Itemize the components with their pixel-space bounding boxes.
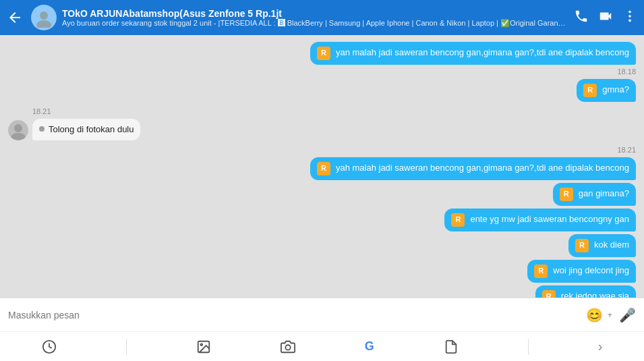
chat-header: TOkO ARJUNAbatamshop(Asus Zenfone 5 Rp.1…: [0, 0, 644, 35]
message-bubble: R gan gimana?: [553, 183, 636, 206]
plus-icon: +: [607, 310, 612, 320]
sender-initial: R: [534, 265, 548, 278]
sender-initial: R: [542, 290, 556, 298]
message-text: yan malah jadi saweran bencong gan,giman…: [336, 47, 629, 59]
svg-point-4: [628, 19, 631, 22]
message-input-area: 😊 + 🎤: [0, 298, 644, 331]
message-row: R kok diem: [8, 234, 636, 257]
message-text: rek jedog wae sia: [561, 290, 629, 298]
message-text: kok diem: [594, 239, 629, 251]
message-text: gan gimana?: [579, 188, 629, 200]
sender-initial: R: [575, 239, 589, 252]
message-row: R yah malah jadi saweran bencong gan,gim…: [8, 157, 636, 180]
svg-point-10: [285, 345, 290, 350]
svg-point-0: [40, 11, 48, 20]
camera-icon[interactable]: [281, 339, 295, 354]
received-dot: [39, 126, 45, 132]
receiver-avatar: [8, 120, 28, 140]
chat-subtitle: Ayo buruan order sekarang stok tinggal 2…: [62, 19, 568, 28]
bottom-toolbar: G ›: [0, 331, 644, 361]
message-bubble: R woi jing delcont jing: [527, 260, 636, 283]
toolbar-divider: [528, 339, 529, 355]
message-text: ente yg mw jadi saweran bencongny gan: [470, 213, 629, 225]
message-row: Tolong di fotokan dulu: [8, 119, 636, 140]
svg-point-6: [11, 133, 26, 140]
microphone-button[interactable]: 🎤: [619, 307, 636, 323]
chat-avatar: [31, 5, 57, 30]
header-info: TOkO ARJUNAbatamshop(Asus Zenfone 5 Rp.1…: [62, 8, 568, 28]
message-text: gmna?: [602, 84, 629, 96]
message-timestamp: 18.21: [8, 146, 636, 154]
document-icon[interactable]: [444, 339, 459, 354]
svg-point-9: [200, 343, 202, 345]
message-bubble: R rek jedog wae sia: [535, 285, 636, 298]
message-row: R woi jing delcont jing: [8, 260, 636, 283]
message-text: woi jing delcont jing: [553, 265, 629, 277]
more-options-icon[interactable]: [622, 9, 637, 27]
message-row: R ente yg mw jadi saweran bencongny gan: [8, 209, 636, 231]
message-input[interactable]: [8, 310, 579, 321]
message-row: R gan gimana?: [8, 183, 636, 206]
sender-initial: R: [583, 84, 597, 97]
message-timestamp: 18.21: [32, 107, 636, 115]
clock-icon[interactable]: [42, 339, 57, 354]
message-text: Tolong di fotokan dulu: [49, 123, 134, 136]
sender-initial: R: [560, 188, 573, 201]
image-icon[interactable]: [196, 339, 211, 354]
message-bubble: R yan malah jadi saweran bencong gan,gim…: [310, 42, 636, 65]
toolbar-divider: [126, 339, 127, 355]
svg-point-5: [14, 124, 22, 132]
message-row: R gmna?: [8, 79, 636, 102]
message-bubble: R ente yg mw jadi saweran bencongny gan: [444, 209, 636, 231]
video-icon[interactable]: [598, 9, 613, 27]
svg-point-1: [36, 20, 51, 28]
message-bubble: Tolong di fotokan dulu: [32, 119, 140, 140]
sender-initial: R: [317, 162, 330, 175]
message-timestamp: 18.18: [8, 67, 636, 76]
sender-initial: R: [451, 213, 465, 227]
message-row: R rek jedog wae sia: [8, 285, 636, 298]
message-bubble: R yah malah jadi saweran bencong gan,gim…: [310, 157, 636, 180]
expand-arrow-icon[interactable]: ›: [598, 339, 603, 354]
message-row: R yan malah jadi saweran bencong gan,gim…: [8, 42, 636, 65]
chat-area: R yan malah jadi saweran bencong gan,gim…: [0, 35, 644, 298]
message-bubble: R kok diem: [568, 234, 636, 257]
google-icon[interactable]: G: [365, 339, 374, 354]
svg-point-3: [628, 15, 631, 18]
chat-title: TOkO ARJUNAbatamshop(Asus Zenfone 5 Rp.1…: [62, 8, 568, 19]
svg-point-2: [628, 10, 631, 13]
sender-initial: R: [317, 47, 330, 60]
emoji-button[interactable]: 😊: [586, 307, 603, 323]
back-button[interactable]: [7, 9, 23, 26]
phone-icon[interactable]: [574, 9, 589, 27]
message-bubble: R gmna?: [577, 79, 636, 102]
message-text: yah malah jadi saweran bencong gan,giman…: [336, 162, 629, 174]
header-actions: [574, 9, 637, 27]
